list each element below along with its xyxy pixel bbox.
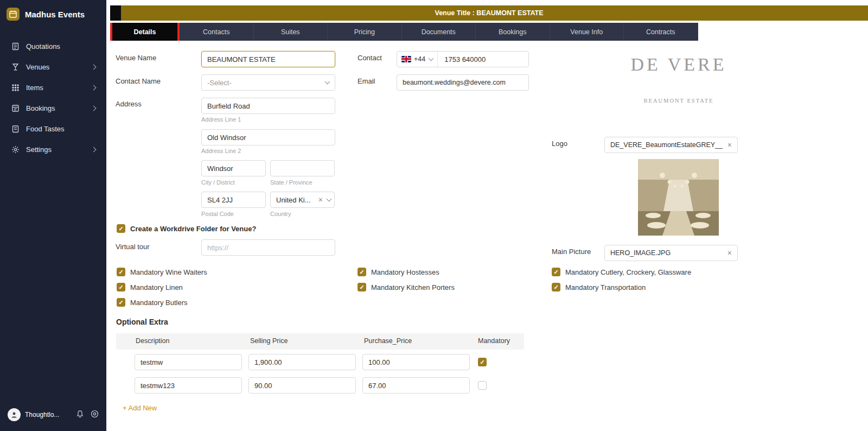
sidebar-item-venues[interactable]: Venues — [0, 56, 106, 77]
tab-contacts[interactable]: Contacts — [180, 23, 254, 41]
app-window: Madhus Events Quotations Venues It — [0, 0, 868, 431]
checkbox-label: Mandatory Transportation — [565, 283, 646, 291]
extra-row1-description-input[interactable] — [135, 354, 242, 370]
tab-suites[interactable]: Suites — [254, 23, 328, 41]
contact-name-label: Contact Name — [116, 77, 161, 85]
state-hint: State / Province — [270, 179, 312, 186]
venue-logo-preview: DE VERE BEAUMONT ESTATE — [622, 54, 736, 104]
address-line1-hint: Address Line 1 — [201, 116, 241, 123]
tab-documents[interactable]: Documents — [402, 23, 476, 41]
mandatory-hostesses-checkbox[interactable] — [358, 268, 366, 276]
venue-title: Venue Title : BEAUMONT ESTATE — [435, 9, 543, 17]
main-picture-label: Main Picture — [552, 248, 591, 256]
add-new-link[interactable]: + Add New — [123, 404, 157, 412]
sidebar-item-quotations[interactable]: Quotations — [0, 36, 106, 56]
sidebar-item-food-tastes[interactable]: Food Tastes — [0, 118, 106, 139]
contact-name-select[interactable]: -Select- — [201, 74, 335, 91]
remove-logo-icon[interactable] — [727, 141, 732, 149]
country-hint: Country — [270, 211, 291, 217]
contact-label: Contact — [358, 54, 382, 62]
main-content: Venue Title : BEAUMONT ESTATE Details Co… — [106, 0, 868, 431]
email-label: Email — [358, 77, 375, 85]
postal-code-input[interactable] — [201, 192, 266, 208]
address-line2-input[interactable] — [201, 129, 335, 145]
checkbox-label: Mandatory Hostesses — [371, 268, 439, 276]
col-selling-price: Selling Price — [250, 337, 288, 345]
optional-extra-title: Optional Extra — [116, 318, 168, 326]
virtual-tour-input[interactable] — [201, 239, 335, 256]
extra-row2-mandatory-checkbox[interactable] — [478, 381, 487, 390]
email-input[interactable] — [397, 74, 529, 91]
mandatory-butlers-checkbox[interactable] — [117, 298, 125, 307]
chevron-down-icon — [429, 55, 434, 61]
sidebar-item-label: Food Tastes — [26, 125, 95, 133]
checkbox-label: Mandatory Linen — [130, 283, 183, 291]
state-input[interactable] — [270, 160, 335, 176]
extra-row2-selling-price-input[interactable] — [248, 377, 356, 394]
tab-bookings[interactable]: Bookings — [476, 23, 550, 41]
extra-row1-mandatory — [478, 358, 487, 366]
mandatory-transportation-row: Mandatory Transportation — [552, 283, 646, 291]
venue-name-input[interactable] — [201, 51, 335, 67]
remove-main-picture-icon[interactable] — [727, 249, 732, 257]
settings-gear-icon — [11, 145, 20, 154]
tab-venue-info[interactable]: Venue Info — [550, 23, 624, 41]
city-hint: City / District — [201, 179, 235, 186]
checkbox-label: Mandatory Butlers — [130, 299, 188, 307]
tab-details[interactable]: Details — [110, 23, 180, 41]
logo-file-chip[interactable]: DE_VERE_BeaumontEstateGREY__... — [604, 137, 738, 153]
main-picture-file-chip[interactable]: HERO_IMAGE.JPG — [604, 245, 738, 261]
city-input[interactable] — [201, 160, 266, 176]
sidebar-item-label: Settings — [26, 145, 85, 154]
extra-row1-selling-price-input[interactable] — [248, 354, 356, 370]
logo-label: Logo — [552, 140, 567, 148]
devere-estate-wordmark: BEAUMONT ESTATE — [622, 98, 736, 104]
sidebar-item-bookings[interactable]: Bookings — [0, 98, 106, 118]
chevron-right-icon — [91, 147, 97, 152]
chevron-right-icon — [91, 85, 97, 90]
clear-country-icon[interactable] — [318, 196, 323, 204]
extra-row2-mandatory — [478, 381, 487, 390]
mandatory-linen-checkbox[interactable] — [117, 283, 125, 291]
mandatory-kitchen-porters-checkbox[interactable] — [358, 283, 366, 291]
address-line1-input[interactable] — [201, 98, 335, 114]
contact-name-placeholder: -Select- — [207, 79, 321, 87]
chevron-right-icon — [91, 105, 97, 111]
address-label: Address — [116, 100, 142, 108]
col-purchase-price: Purchase_Price — [364, 337, 412, 345]
extra-row2-purchase-price-input[interactable] — [362, 377, 470, 394]
tab-contracts[interactable]: Contracts — [624, 23, 698, 41]
virtual-tour-label: Virtual tour — [116, 243, 150, 251]
devere-wordmark: DE VERE — [622, 54, 736, 75]
extra-row2-description-input[interactable] — [135, 377, 242, 394]
tab-bar: Details Contacts Suites Pricing Document… — [110, 23, 698, 41]
workdrive-checkbox[interactable] — [117, 224, 125, 233]
user-name[interactable]: Thoughtlo... — [25, 411, 72, 419]
help-support-icon[interactable] — [91, 410, 99, 420]
logo-file-name: DE_VERE_BeaumontEstateGREY__... — [610, 141, 723, 149]
sidebar-item-label: Bookings — [26, 104, 85, 112]
mandatory-transportation-checkbox[interactable] — [552, 283, 560, 291]
venue-title-bar: Venue Title : BEAUMONT ESTATE — [110, 5, 868, 21]
user-area: Thoughtlo... — [0, 404, 106, 426]
sidebar-item-items[interactable]: Items — [0, 77, 106, 98]
avatar[interactable] — [8, 408, 21, 421]
mandatory-wine-waiters-checkbox[interactable] — [117, 268, 125, 276]
dial-code-select[interactable]: +44 — [397, 52, 438, 67]
extra-row1-mandatory-checkbox[interactable] — [478, 358, 487, 366]
workdrive-check-row: Create a Workdrive Folder for Venue? — [117, 224, 256, 233]
mandatory-cutlery-checkbox[interactable] — [552, 268, 560, 276]
sidebar-item-settings[interactable]: Settings — [0, 139, 106, 160]
chevron-down-icon — [325, 79, 330, 84]
phone-input[interactable] — [438, 55, 508, 64]
country-select[interactable]: United Ki... — [270, 192, 335, 208]
checkbox-label: Mandatory Kitchen Porters — [371, 283, 455, 291]
mandatory-kitchen-porters-row: Mandatory Kitchen Porters — [358, 283, 455, 291]
brand-calendar-icon — [7, 8, 20, 21]
brand-name: Madhus Events — [25, 10, 85, 19]
tab-pricing[interactable]: Pricing — [328, 23, 402, 41]
sidebar-item-label: Venues — [26, 63, 85, 71]
extra-row1-purchase-price-input[interactable] — [362, 354, 470, 370]
phone-field: +44 — [397, 51, 529, 67]
notifications-bell-icon[interactable] — [76, 410, 84, 420]
